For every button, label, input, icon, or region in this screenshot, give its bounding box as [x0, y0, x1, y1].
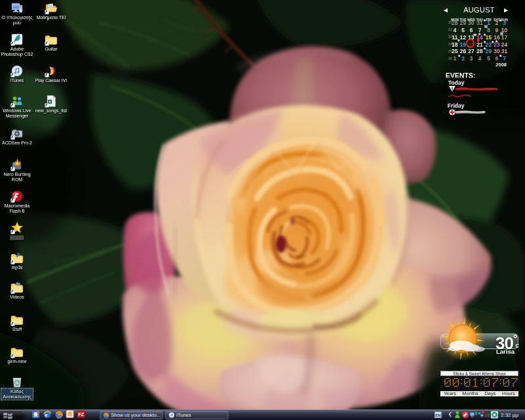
svg-text:FZ: FZ — [78, 412, 84, 417]
